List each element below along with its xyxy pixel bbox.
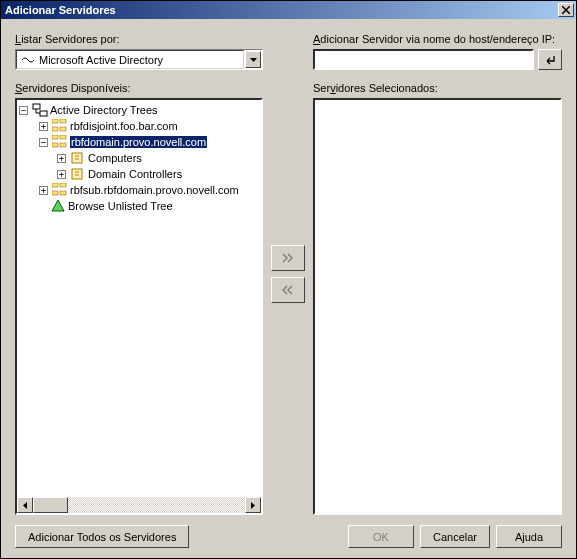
help-label: Ajuda xyxy=(515,531,543,543)
svg-rect-4 xyxy=(52,127,58,131)
ok-label: OK xyxy=(373,531,389,543)
list-by-label: Listar Servidores por: xyxy=(15,33,263,45)
scroll-left-button[interactable] xyxy=(17,497,33,513)
close-icon xyxy=(562,6,570,14)
svg-rect-9 xyxy=(60,143,66,147)
chevron-right-icon xyxy=(251,502,255,509)
tree-item-label: Browse Unlisted Tree xyxy=(68,200,173,212)
horizontal-scrollbar[interactable] xyxy=(17,497,261,513)
expand-icon[interactable]: + xyxy=(39,122,48,131)
domain-icon xyxy=(52,183,68,197)
selected-servers-label: Servidores Selecionados: xyxy=(313,82,562,94)
add-servers-dialog: Adicionar Servidores Listar Servidores p… xyxy=(0,0,577,559)
cancel-button[interactable]: Cancelar xyxy=(420,525,490,548)
scroll-track[interactable] xyxy=(33,497,245,513)
svg-rect-1 xyxy=(40,111,47,116)
directory-icon xyxy=(21,55,35,65)
tree-item-selected[interactable]: − rbfdomain.provo.novell.com xyxy=(19,134,261,150)
help-button[interactable]: Ajuda xyxy=(496,525,562,548)
tree-item[interactable]: + rbfsub.rbfdomain.provo.novell.com xyxy=(19,182,261,198)
directory-dropdown[interactable]: Microsoft Active Directory xyxy=(15,49,263,70)
domain-icon xyxy=(52,119,68,133)
remove-server-button[interactable] xyxy=(271,277,305,303)
scroll-thumb[interactable] xyxy=(33,497,68,513)
selected-servers-list[interactable] xyxy=(313,98,562,515)
svg-rect-3 xyxy=(60,119,66,123)
available-servers-tree[interactable]: − Active Directory Trees + xyxy=(15,98,263,515)
svg-rect-0 xyxy=(33,104,40,109)
svg-rect-13 xyxy=(60,183,66,187)
tree-item[interactable]: + rbfdisjoint.foo.bar.com xyxy=(19,118,261,134)
svg-rect-11 xyxy=(72,169,82,179)
directory-tree-icon xyxy=(32,103,48,117)
dropdown-arrow-button[interactable] xyxy=(245,51,261,68)
svg-rect-15 xyxy=(60,191,66,195)
host-input[interactable] xyxy=(313,49,534,70)
tree-item-label: rbfsub.rbfdomain.provo.novell.com xyxy=(70,184,239,196)
svg-rect-2 xyxy=(52,119,58,123)
cancel-label: Cancelar xyxy=(433,531,477,543)
svg-rect-14 xyxy=(52,191,58,195)
browse-icon xyxy=(50,199,66,213)
chevron-left-icon xyxy=(23,502,27,509)
svg-rect-10 xyxy=(72,153,82,163)
scroll-right-button[interactable] xyxy=(245,497,261,513)
svg-marker-16 xyxy=(52,200,64,211)
tree-item-label: rbfdomain.provo.novell.com xyxy=(70,136,207,148)
svg-rect-7 xyxy=(60,135,66,139)
close-button[interactable] xyxy=(558,3,574,17)
double-chevron-left-icon xyxy=(282,285,294,295)
container-icon xyxy=(70,167,86,181)
svg-rect-8 xyxy=(52,143,58,147)
available-servers-label: Servidores Disponíveis: xyxy=(15,82,263,94)
tree-item[interactable]: Browse Unlisted Tree xyxy=(19,198,261,214)
tree-root-label: Active Directory Trees xyxy=(50,104,158,116)
expand-icon[interactable]: + xyxy=(39,186,48,195)
enter-icon xyxy=(544,54,556,66)
add-all-servers-button[interactable]: Adicionar Todos os Servidores xyxy=(15,525,189,548)
chevron-down-icon xyxy=(250,58,257,62)
tree-item[interactable]: + Computers xyxy=(19,150,261,166)
ok-button[interactable]: OK xyxy=(348,525,414,548)
add-all-label: Adicionar Todos os Servidores xyxy=(28,531,176,543)
tree-item[interactable]: + Domain Controllers xyxy=(19,166,261,182)
tree-root[interactable]: − Active Directory Trees xyxy=(19,102,261,118)
tree-item-label: Domain Controllers xyxy=(88,168,182,180)
collapse-icon[interactable]: − xyxy=(19,106,28,115)
tree-item-label: Computers xyxy=(88,152,142,164)
double-chevron-right-icon xyxy=(282,253,294,263)
svg-rect-12 xyxy=(52,183,58,187)
window-title: Adicionar Servidores xyxy=(5,4,558,16)
add-server-button[interactable] xyxy=(271,245,305,271)
expand-icon[interactable]: + xyxy=(57,154,66,163)
expand-icon[interactable]: + xyxy=(57,170,66,179)
container-icon xyxy=(70,151,86,165)
svg-rect-6 xyxy=(52,135,58,139)
titlebar: Adicionar Servidores xyxy=(1,1,576,19)
directory-value: Microsoft Active Directory xyxy=(39,54,163,66)
svg-rect-5 xyxy=(60,127,66,131)
domain-icon xyxy=(52,135,68,149)
add-host-button[interactable] xyxy=(538,49,562,70)
collapse-icon[interactable]: − xyxy=(39,138,48,147)
tree-item-label: rbfdisjoint.foo.bar.com xyxy=(70,120,178,132)
add-host-label: Adicionar Servidor via nome do host/ende… xyxy=(313,33,562,45)
